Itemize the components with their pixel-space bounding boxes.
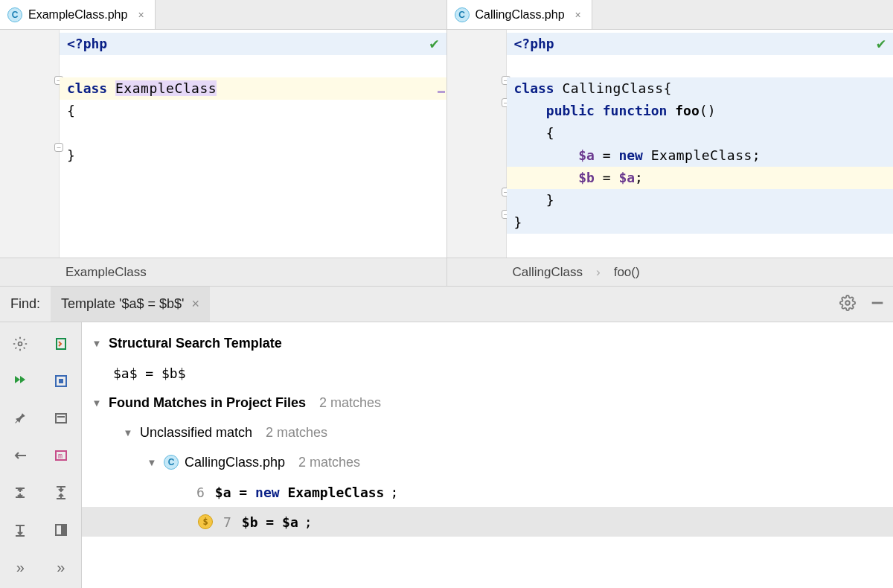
keyword-new: new bbox=[618, 147, 643, 163]
match-var: $a bbox=[215, 485, 231, 500]
stop-icon[interactable] bbox=[48, 368, 74, 394]
match-var: $b bbox=[242, 514, 258, 530]
find-results-tab[interactable]: Template '$a$ = $b$' × bbox=[51, 287, 210, 322]
brace-close: } bbox=[514, 214, 522, 230]
operator-eq: = bbox=[595, 170, 619, 185]
usage-m-icon[interactable]: m bbox=[48, 443, 74, 468]
tab-bar-right: C CallingClass.php × bbox=[447, 0, 894, 30]
match-count: 2 matches bbox=[266, 425, 327, 441]
php-class-icon: C bbox=[164, 455, 179, 470]
breadcrumb-item[interactable]: foo() bbox=[614, 265, 640, 280]
svg-rect-6 bbox=[56, 414, 66, 423]
variable: $b bbox=[578, 170, 595, 185]
tree-node-match[interactable]: 6 $a = new ExampleClass; bbox=[82, 477, 893, 507]
parens: () bbox=[700, 103, 716, 118]
tab-title: CallingClass.php bbox=[476, 8, 565, 22]
breadcrumb-right[interactable]: CallingClass › foo() bbox=[447, 258, 894, 286]
code-area-right[interactable]: ✔ <?php class CallingClass{ public funct… bbox=[507, 30, 894, 258]
brace-close: } bbox=[546, 192, 554, 208]
match-semi: ; bbox=[304, 514, 313, 530]
find-results-tree[interactable]: ▼ Structural Search Template $a$ = $b$ ▼… bbox=[82, 322, 893, 588]
php-open-tag: <?php bbox=[67, 36, 107, 51]
diff-icon[interactable] bbox=[48, 331, 74, 357]
preview-panel-icon[interactable] bbox=[48, 517, 74, 543]
editor-body-left[interactable]: – – ✔ <?php class ExampleClass { } bbox=[0, 30, 446, 258]
svg-point-0 bbox=[845, 301, 850, 305]
inspection-ok-icon[interactable]: ✔ bbox=[877, 34, 886, 52]
class-name: CallingClass bbox=[563, 80, 664, 96]
find-panel-header: Find: Template '$a$ = $b$' × bbox=[0, 287, 893, 322]
tab-title: ExampleClass.php bbox=[28, 8, 127, 22]
tree-node-match-selected[interactable]: $ 7 $b = $a; bbox=[82, 507, 893, 537]
editor-pane-right: C CallingClass.php × – – – – ✔ <?php cla… bbox=[447, 0, 894, 286]
find-label: Find: bbox=[10, 296, 40, 312]
disclosure-triangle-icon[interactable]: ▼ bbox=[91, 397, 103, 409]
close-icon[interactable]: × bbox=[192, 296, 200, 312]
breadcrumb-left[interactable]: ExampleClass bbox=[0, 258, 446, 286]
variable: $a bbox=[578, 147, 595, 163]
expand-all-icon[interactable] bbox=[7, 480, 33, 505]
line-number: 6 bbox=[196, 485, 205, 500]
more-icon[interactable]: » bbox=[48, 555, 74, 580]
disclosure-triangle-icon[interactable]: ▼ bbox=[146, 457, 158, 468]
close-icon[interactable]: × bbox=[138, 9, 144, 21]
group-label: Unclassified match bbox=[140, 425, 252, 441]
marker-icon[interactable] bbox=[438, 91, 445, 93]
file-tab-exampleclass[interactable]: C ExampleClass.php × bbox=[0, 0, 156, 29]
tree-node-group[interactable]: ▼ Unclassified match 2 matches bbox=[82, 418, 893, 447]
keyword-class: class bbox=[67, 80, 107, 96]
breadcrumb-item[interactable]: ExampleClass bbox=[65, 265, 147, 280]
find-tab-title: Template '$a$ = $b$' bbox=[61, 296, 185, 312]
file-tab-callingclass[interactable]: C CallingClass.php × bbox=[447, 0, 592, 29]
collapse-all-icon[interactable] bbox=[48, 480, 74, 505]
brace-open: { bbox=[60, 100, 446, 122]
rerun-icon[interactable] bbox=[7, 368, 33, 394]
brace-close: } bbox=[60, 144, 446, 167]
brace-open: { bbox=[664, 80, 672, 96]
disclosure-triangle-icon[interactable]: ▼ bbox=[122, 427, 134, 438]
coin-icon: $ bbox=[198, 514, 213, 529]
tab-bar-filler bbox=[156, 0, 446, 29]
tab-bar-filler bbox=[592, 0, 893, 29]
match-eq: = bbox=[231, 485, 256, 500]
tree-node-found-matches[interactable]: ▼ Found Matches in Project Files 2 match… bbox=[82, 388, 893, 418]
gutter-right: – – – – bbox=[447, 30, 507, 258]
disclosure-triangle-icon[interactable]: ▼ bbox=[91, 338, 103, 349]
php-open-tag: <?php bbox=[514, 36, 554, 51]
brace-open: { bbox=[546, 125, 554, 141]
tree-node-template-root[interactable]: ▼ Structural Search Template bbox=[82, 328, 893, 358]
match-count: 2 matches bbox=[319, 395, 381, 411]
marker-strip bbox=[438, 30, 446, 258]
next-occurrence-icon[interactable] bbox=[7, 517, 33, 543]
tree-node-template-text[interactable]: $a$ = $b$ bbox=[82, 358, 893, 388]
gear-icon[interactable] bbox=[7, 331, 33, 357]
match-count: 2 matches bbox=[298, 455, 360, 470]
code-area-left[interactable]: ✔ <?php class ExampleClass { } bbox=[60, 30, 446, 258]
php-class-icon: C bbox=[455, 7, 470, 22]
recent-icon[interactable] bbox=[48, 406, 74, 431]
svg-point-2 bbox=[19, 342, 22, 346]
match-type: ExampleClass bbox=[287, 485, 384, 500]
match-new: new bbox=[255, 485, 280, 500]
svg-rect-7 bbox=[57, 416, 65, 418]
tree-node-file[interactable]: ▼ C CallingClass.php 2 matches bbox=[82, 447, 893, 477]
editor-body-right[interactable]: – – – – ✔ <?php class CallingClass{ publ… bbox=[447, 30, 894, 258]
keyword-public: public bbox=[546, 103, 595, 118]
tree-title: Found Matches in Project Files bbox=[109, 395, 306, 411]
semicolon: ; bbox=[635, 170, 643, 185]
breadcrumb-item[interactable]: CallingClass bbox=[513, 265, 583, 280]
template-text: $a$ = $b$ bbox=[113, 365, 186, 381]
gear-icon[interactable] bbox=[839, 295, 856, 313]
svg-text:m: m bbox=[58, 452, 63, 460]
pin-icon[interactable] bbox=[7, 406, 33, 431]
type-name: ExampleClass bbox=[651, 147, 752, 163]
close-icon[interactable]: × bbox=[575, 9, 581, 21]
keyword-class: class bbox=[514, 80, 554, 96]
semicolon: ; bbox=[752, 147, 761, 163]
minimize-icon[interactable] bbox=[869, 295, 886, 313]
class-name: ExampleClass bbox=[115, 80, 217, 96]
prev-occurrence-icon[interactable] bbox=[7, 443, 33, 468]
match-rhs: $a bbox=[282, 514, 298, 530]
more-icon[interactable]: » bbox=[7, 555, 33, 580]
tree-title: Structural Search Template bbox=[109, 336, 282, 351]
